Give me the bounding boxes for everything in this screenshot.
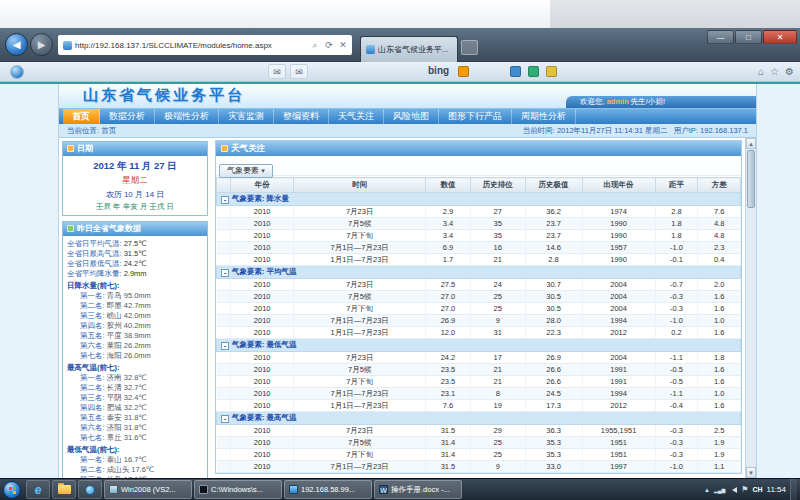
tray-expand-icon[interactable]: ▲ — [704, 487, 710, 493]
column-header[interactable]: 方差 — [698, 178, 741, 193]
taskbar-explorer-icon[interactable] — [52, 480, 76, 499]
table-row[interactable]: 20107月23日2.92736.219742.87.6 — [217, 206, 741, 218]
page-scrollbar[interactable]: ▲ ▼ — [745, 138, 756, 478]
ime-indicator[interactable]: CH — [752, 486, 762, 493]
mail-send-icon[interactable]: ✉ — [290, 64, 308, 79]
table-cell: 1955,1951 — [582, 425, 655, 437]
collapse-icon[interactable]: - — [221, 196, 229, 204]
section-header-row[interactable]: -气象要素: 最高气温 — [217, 412, 741, 425]
app-logo-icon[interactable] — [10, 65, 24, 79]
table-row[interactable]: 20107月1日—7月23日23.1824.51994-1.11.0 — [217, 388, 741, 400]
table-row[interactable]: 20107月1日—7月23日31.5933.01997-1.01.1 — [217, 461, 741, 473]
date-panel-title: 日期 — [77, 144, 93, 153]
maximize-button[interactable]: □ — [735, 30, 762, 44]
table-cell: 7月23日 — [294, 352, 426, 364]
forward-button[interactable]: ▶ — [30, 33, 53, 56]
browser-tab[interactable]: 山东省气候业务平... — [360, 36, 458, 62]
new-tab-button[interactable] — [461, 40, 478, 55]
stop-icon[interactable]: ✕ — [336, 40, 350, 50]
toolbar-plugin-icon[interactable] — [546, 66, 557, 77]
clock[interactable]: 11:54 — [767, 485, 786, 494]
column-header[interactable]: 时间 — [294, 178, 426, 193]
toolbar-plugin-icon[interactable] — [528, 66, 539, 77]
table-row[interactable]: 20107月23日31.52936.31955,1951-0.32.5 — [217, 425, 741, 437]
table-row[interactable]: 20107月下旬27.02530.52004-0.31.6 — [217, 303, 741, 315]
column-header[interactable]: 出现年份 — [582, 178, 655, 193]
section-header-row[interactable]: -气象要素: 降水量 — [217, 193, 741, 206]
action-center-icon[interactable]: ⚑ — [741, 485, 748, 495]
address-bar[interactable]: http://192.168.137.1/SLCCLIMATE/modules/… — [58, 35, 352, 55]
bing-plugin-icon[interactable] — [458, 66, 469, 77]
nav-item[interactable]: 极端性分析 — [155, 109, 219, 124]
search-icon[interactable]: ⌕ — [308, 40, 322, 51]
table-row[interactable]: 20107月下旬31.42535.31951-0.31.9 — [217, 449, 741, 461]
table-cell: 1月1日—7月23日 — [294, 327, 426, 339]
section-header-row[interactable]: -气象要素: 最低气温 — [217, 339, 741, 352]
column-header[interactable]: 历史排位 — [470, 178, 525, 193]
nav-item[interactable]: 天气关注 — [329, 109, 384, 124]
section-header-cell: -气象要素: 平均气温 — [217, 266, 741, 279]
toolbar-plugin-icon[interactable] — [510, 66, 521, 77]
table-cell: 31.5 — [426, 425, 471, 437]
column-header[interactable]: 数值 — [426, 178, 471, 193]
scroll-down-icon[interactable]: ▼ — [746, 467, 756, 478]
table-cell: 24.5 — [525, 388, 582, 400]
refresh-icon[interactable]: ⟳ — [322, 40, 336, 50]
table-row[interactable]: 20107月1日—7月23日26.9928.01994-1.01.0 — [217, 315, 741, 327]
rank-label: 第四名: — [80, 403, 107, 412]
table-row[interactable]: 20107月5候27.02530.52004-0.31.6 — [217, 291, 741, 303]
nav-item[interactable]: 数据分析 — [100, 109, 155, 124]
nav-item[interactable]: 整编资料 — [274, 109, 329, 124]
collapse-icon[interactable]: - — [221, 269, 229, 277]
table-row[interactable]: 20101月1日—7月23日1.7212.81990-0.10.4 — [217, 254, 741, 266]
nav-item[interactable]: 首页 — [63, 109, 100, 124]
taskbar-window-button[interactable]: C:\Windows\s... — [194, 480, 282, 499]
taskbar-ie-icon[interactable]: e — [26, 480, 50, 499]
table-row[interactable]: 20107月5候31.42535.31951-0.31.9 — [217, 437, 741, 449]
nav-item[interactable]: 灾害监测 — [219, 109, 274, 124]
taskbar-media-icon[interactable] — [78, 480, 102, 499]
nav-item[interactable]: 周期性分析 — [512, 109, 576, 124]
network-icon[interactable]: ▂▄▆ — [714, 487, 725, 493]
taskbar-window-button[interactable]: Win2008 (VS2... — [104, 480, 192, 499]
nav-item[interactable]: 图形下行产品 — [439, 109, 512, 124]
table-row[interactable]: 20107月1日—7月23日6.91614.61957-1.02.3 — [217, 242, 741, 254]
table-row[interactable]: 20107月下旬23.52126.61991-0.51.6 — [217, 376, 741, 388]
table-row[interactable]: 20107月23日27.52430.72004-0.72.0 — [217, 279, 741, 291]
scroll-up-icon[interactable]: ▲ — [746, 138, 756, 149]
minimize-button[interactable]: — — [707, 30, 734, 44]
mail-icon[interactable]: ✉ — [268, 64, 286, 79]
close-button[interactable]: ✕ — [763, 30, 797, 44]
taskbar-window-button[interactable]: W操作手册.docx -... — [374, 480, 462, 499]
rank-item: 第一名: 青岛 95.0mm — [67, 291, 203, 301]
taskbar-window-button[interactable]: 192.168.58.99... — [284, 480, 372, 499]
bing-logo[interactable]: bing — [428, 65, 449, 76]
table-cell: 12.0 — [426, 327, 471, 339]
nav-item[interactable]: 风险地图 — [384, 109, 439, 124]
column-header[interactable]: 历史极值 — [525, 178, 582, 193]
show-desktop-button[interactable] — [790, 479, 797, 500]
table-row[interactable]: 20107月下旬3.43523.719901.84.8 — [217, 230, 741, 242]
rank-label: 第三名: — [80, 311, 107, 320]
collapse-icon[interactable]: - — [221, 415, 229, 423]
back-button[interactable]: ◀ — [5, 33, 28, 56]
table-cell: -0.7 — [655, 279, 698, 291]
table-row[interactable]: 20101月1日—7月23日12.03122.320120.21.6 — [217, 327, 741, 339]
table-row[interactable]: 20107月5候23.52126.61991-0.51.6 — [217, 364, 741, 376]
table-row[interactable]: 20101月1日—7月23日7.61917.32012-0.41.6 — [217, 400, 741, 412]
table-cell: 25 — [470, 449, 525, 461]
favorites-star-icon[interactable]: ☆ — [770, 64, 779, 80]
section-header-row[interactable]: -气象要素: 平均气温 — [217, 266, 741, 279]
collapse-icon[interactable]: - — [221, 342, 229, 350]
column-header[interactable]: 年份 — [231, 178, 294, 193]
home-icon[interactable]: ⌂ — [758, 64, 764, 80]
start-button[interactable] — [3, 481, 21, 499]
weather-focus-title: 天气关注 — [231, 143, 265, 153]
settings-gear-icon[interactable]: ⚙ — [785, 64, 794, 80]
table-row[interactable]: 20107月23日24.21726.92004-1.11.8 — [217, 352, 741, 364]
element-dropdown-button[interactable]: 气象要素 ▾ — [219, 164, 273, 178]
table-row[interactable]: 20107月5候3.43523.719901.84.8 — [217, 218, 741, 230]
volume-icon[interactable] — [729, 487, 737, 493]
column-header[interactable]: 距平 — [655, 178, 698, 193]
scrollbar-thumb[interactable] — [747, 150, 755, 208]
